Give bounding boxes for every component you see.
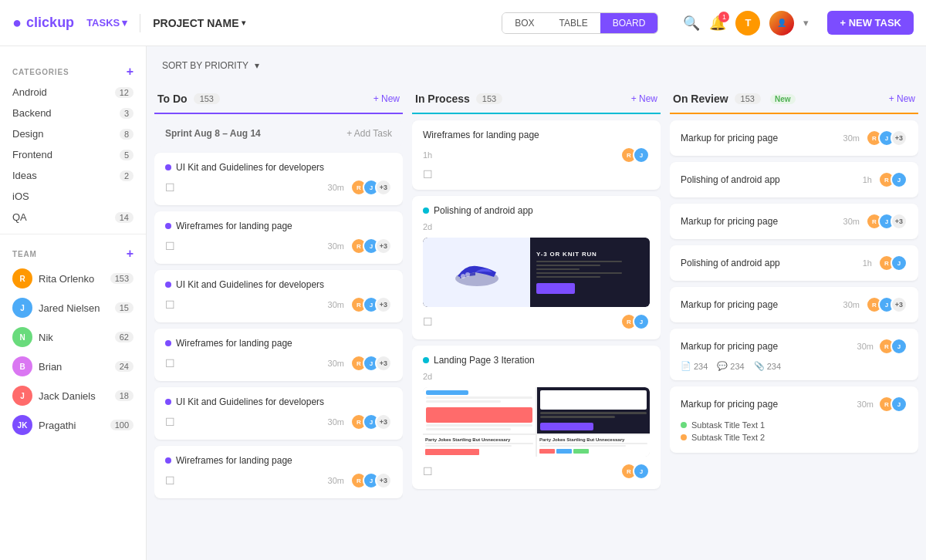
avatar-nik: N (12, 327, 32, 347)
view-tabs: BOX TABLE BOARD (502, 12, 658, 34)
av: J (633, 313, 650, 330)
sprint-header: Sprint Aug 8 – Aug 14 + Add Task (154, 120, 403, 147)
review-card-stats: Markup for pricing page 30m R J (670, 329, 918, 380)
attachment-icon: 📎 (754, 361, 765, 371)
col-new-todo[interactable]: + New (373, 93, 400, 104)
notifications-button[interactable]: 🔔 1 (709, 15, 726, 32)
stats-row: 📄 234 💬 234 📎 234 (681, 361, 907, 371)
sidebar-item-brian[interactable]: B Brian 24 (0, 352, 146, 381)
sidebar-item-pragathi[interactable]: JK Pragathi 100 (0, 410, 146, 440)
av: J (891, 338, 907, 355)
task-card: UI Kit and Guidelines for developers ☐ 3… (154, 270, 403, 322)
review-card-1: Markup for pricing page 30m R J +3 (670, 120, 918, 156)
sidebar-item-ios[interactable]: iOS (0, 186, 146, 207)
logo-icon: ● (12, 14, 22, 32)
add-category-button[interactable]: + (127, 65, 133, 79)
boards-container: To Do 153 + New Sprint Aug 8 – Aug 14 + … (147, 85, 926, 560)
user-avatar-initial: T (735, 11, 760, 35)
task-card-polishing: Polishing of android app 2d (412, 196, 661, 339)
sidebar-item-ideas[interactable]: Ideas 2 (0, 165, 146, 186)
avatars: R J (878, 255, 907, 272)
new-task-button[interactable]: + NEW TASK (827, 11, 914, 35)
task-icon: ☐ (165, 474, 175, 487)
subtask-item-2: Subtask Title Text 2 (681, 431, 907, 444)
sort-bar[interactable]: SORT BY PRIORITY ▾ (162, 54, 911, 77)
sidebar-item-design[interactable]: Design 8 (0, 123, 146, 144)
av: J (633, 147, 650, 164)
col-new-inprocess[interactable]: + New (631, 93, 657, 104)
add-team-button[interactable]: + (127, 247, 133, 261)
sidebar-item-frontend[interactable]: Frontend 5 (0, 144, 146, 165)
search-button[interactable]: 🔍 (683, 15, 700, 32)
col-new-onreview[interactable]: + New (889, 93, 915, 104)
av-count: +3 (375, 355, 392, 372)
tab-table[interactable]: TABLE (547, 13, 600, 33)
col-body-onreview: Markup for pricing page 30m R J +3 (670, 114, 918, 552)
priority-dot (165, 282, 171, 288)
notification-badge: 1 (718, 12, 729, 22)
add-task-button[interactable]: + Add Task (346, 128, 392, 139)
col-body-inprocess: Wireframes for landing page 1h R J ☐ (412, 114, 661, 552)
avatars: R J +3 (866, 213, 907, 230)
review-card-5: Markup for pricing page 30m R J +3 (670, 287, 918, 322)
user-avatar-photo[interactable]: 👤 (769, 11, 794, 35)
team-section-title: TEAM + (0, 241, 146, 264)
task-icon: ☐ (423, 465, 433, 477)
logo-text: clickup (26, 15, 74, 31)
column-onreview: On Review 153 New + New Markup for prici… (670, 85, 918, 552)
priority-dot (423, 207, 429, 214)
tasks-button[interactable]: TASKS ▾ (86, 17, 127, 29)
avatars: R J +3 (350, 413, 392, 430)
av-count: +3 (375, 472, 392, 489)
tab-board[interactable]: BOARD (600, 13, 658, 33)
task-icon: ☐ (165, 357, 175, 369)
review-card-4: Polishing of android app 1h R J (670, 245, 918, 281)
avatars: R J (620, 313, 650, 330)
av: J (891, 255, 907, 272)
task-card: Wireframes for landing page ☐ 30m R J +3 (154, 329, 403, 381)
task-card-landing: Landing Page 3 Iteration 2d (412, 346, 661, 489)
task-icon: ☐ (423, 315, 433, 328)
app-container: ● clickup TASKS ▾ PROJECT NAME ▾ BOX TAB… (0, 0, 926, 560)
review-card-2: Polishing of android app 1h R J (670, 162, 918, 197)
content-area: SORT BY PRIORITY ▾ To Do 153 + New Sprin… (147, 46, 926, 560)
priority-dot (165, 340, 171, 346)
av: J (891, 171, 907, 188)
subtask-item-1: Subtask Title Text 1 (681, 419, 907, 431)
sidebar-item-rita[interactable]: R Rita Orlenko 153 (0, 264, 146, 293)
user-menu-arrow[interactable]: ▾ (803, 17, 809, 29)
comment-icon: 💬 (717, 361, 728, 371)
sidebar-item-android[interactable]: Android 12 (0, 82, 146, 103)
col-count-inprocess: 153 (476, 93, 502, 104)
card-image-lp: Party Jokes Startling But Unnecessary Pa… (423, 387, 650, 457)
task-icon: ☐ (165, 416, 175, 428)
av-count: +3 (375, 179, 392, 196)
avatars: R J (620, 463, 650, 480)
avatars: R J (878, 171, 907, 188)
avatars: R J +3 (866, 130, 907, 147)
avatars: R J (878, 396, 907, 413)
col-count-todo: 153 (194, 93, 220, 104)
col-header-inprocess: In Process 153 + New (412, 85, 661, 114)
tab-box[interactable]: BOX (502, 13, 546, 33)
task-icon: ☐ (165, 240, 175, 252)
avatars: R J +3 (350, 296, 392, 313)
topbar-icons: 🔍 🔔 1 T 👤 ▾ (683, 11, 809, 35)
main-area: CATEGORIES + Android 12 Backend 3 Design… (0, 46, 926, 560)
file-icon: 📄 (681, 361, 691, 371)
project-name[interactable]: PROJECT NAME ▾ (153, 17, 245, 29)
av: J (891, 396, 907, 413)
sidebar-item-qa[interactable]: QA 14 (0, 207, 146, 228)
avatars: R J +3 (350, 238, 392, 255)
sidebar-item-backend[interactable]: Backend 3 (0, 103, 146, 123)
avatar-brian: B (12, 356, 32, 376)
avatars: R J +3 (350, 355, 392, 372)
sidebar-item-jared[interactable]: J Jared Nielsen 15 (0, 293, 146, 322)
logo: ● clickup (12, 14, 74, 32)
avatars: R J +3 (350, 472, 392, 489)
sidebar-item-jack[interactable]: J Jack Daniels 18 (0, 381, 146, 410)
avatars: R J +3 (866, 296, 907, 313)
task-card: Wireframes for landing page ☐ 30m R J +3 (154, 446, 403, 498)
sidebar-item-nik[interactable]: N Nik 62 (0, 322, 146, 352)
card-image-shoe: Y-3 OR KNIT RUN (423, 238, 650, 307)
